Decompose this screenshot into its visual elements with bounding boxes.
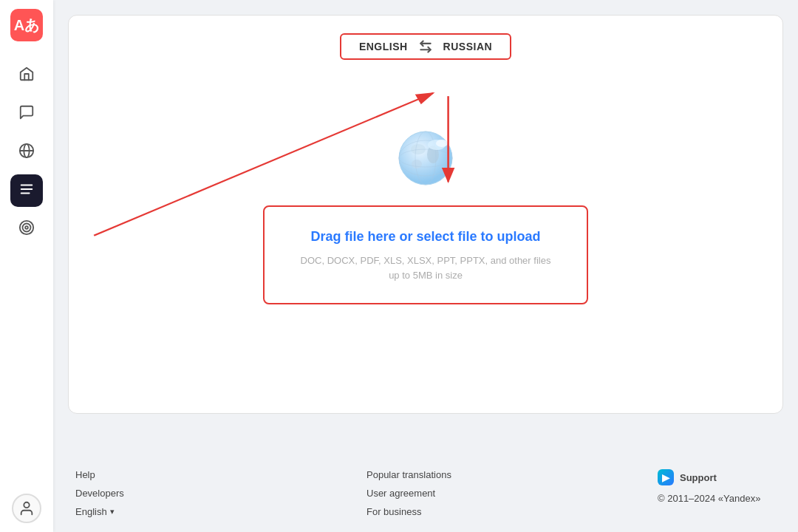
footer-for-business-link[interactable]: For business bbox=[366, 506, 485, 517]
footer-developers-link[interactable]: Developers bbox=[75, 488, 194, 499]
sidebar-item-target[interactable] bbox=[10, 213, 43, 245]
drop-box-subtitle: DOC, DOCX, PDF, XLS, XLSX, PPT, PPTX, an… bbox=[294, 253, 557, 282]
language-switch-icon[interactable] bbox=[418, 39, 433, 54]
footer-user-agreement-link[interactable]: User agreement bbox=[366, 488, 485, 499]
sidebar-nav bbox=[10, 59, 43, 494]
footer-support-link[interactable]: ▶ Support bbox=[658, 469, 776, 485]
support-icon: ▶ bbox=[658, 469, 674, 485]
globe-icon bbox=[18, 143, 35, 163]
drag-text-plain: Drag file here or bbox=[310, 229, 416, 244]
footer-col-3: ▶ Support © 2011–2024 «Yandex» bbox=[658, 469, 776, 517]
home-icon bbox=[18, 66, 35, 86]
language-selector: ENGLISH RUSSIAN bbox=[86, 33, 765, 60]
svg-point-17 bbox=[412, 160, 422, 168]
app-logo[interactable]: Aあ bbox=[10, 9, 43, 41]
footer: Help Developers English ▾ Popular transl… bbox=[53, 454, 798, 532]
globe-illustration bbox=[396, 129, 455, 191]
sidebar-item-document[interactable] bbox=[10, 174, 43, 207]
translation-card: ENGLISH RUSSIAN bbox=[68, 15, 783, 414]
footer-copyright: © 2011–2024 «Yandex» bbox=[658, 493, 776, 504]
svg-point-22 bbox=[436, 140, 448, 147]
sidebar-item-globe[interactable] bbox=[10, 136, 43, 168]
main-content: ENGLISH RUSSIAN bbox=[53, 0, 798, 454]
chat-icon bbox=[18, 104, 35, 124]
support-label: Support bbox=[680, 472, 717, 483]
sidebar-item-chat[interactable] bbox=[10, 98, 43, 130]
footer-language-selector[interactable]: English ▾ bbox=[75, 506, 194, 517]
chevron-down-icon: ▾ bbox=[110, 507, 115, 516]
svg-point-14 bbox=[399, 132, 452, 185]
svg-point-7 bbox=[23, 223, 31, 231]
drop-box-title: Drag file here or select file to upload bbox=[294, 228, 557, 246]
upload-area: Drag file here or select file to upload … bbox=[86, 83, 765, 349]
footer-col-2: Popular translations User agreement For … bbox=[366, 469, 485, 517]
document-icon bbox=[18, 181, 35, 201]
svg-point-8 bbox=[25, 226, 28, 229]
footer-col-1: Help Developers English ▾ bbox=[75, 469, 194, 517]
source-language-button[interactable]: ENGLISH bbox=[356, 39, 411, 54]
drag-text-link[interactable]: select file to upload bbox=[417, 229, 541, 244]
footer-help-link[interactable]: Help bbox=[75, 469, 194, 480]
svg-point-9 bbox=[24, 502, 29, 508]
file-drop-zone[interactable]: Drag file here or select file to upload … bbox=[263, 205, 588, 304]
footer-popular-translations-link[interactable]: Popular translations bbox=[366, 469, 485, 480]
target-icon bbox=[18, 219, 35, 239]
sidebar: Aあ bbox=[0, 0, 53, 532]
target-language-button[interactable]: RUSSIAN bbox=[440, 39, 496, 54]
sidebar-item-home[interactable] bbox=[10, 59, 43, 92]
footer-language-label: English bbox=[75, 506, 107, 517]
user-avatar[interactable] bbox=[12, 494, 41, 523]
lang-selector-box: ENGLISH RUSSIAN bbox=[340, 33, 511, 60]
